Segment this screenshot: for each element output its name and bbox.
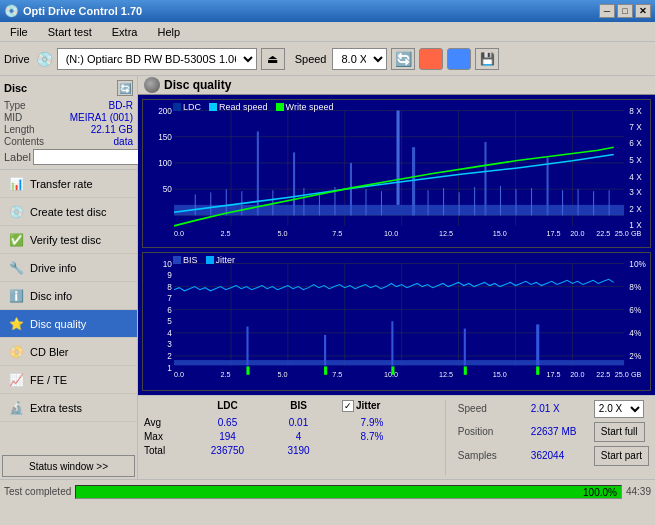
svg-text:2%: 2% <box>629 351 642 361</box>
position-stat-label: Position <box>458 426 523 437</box>
tool1-button[interactable] <box>419 48 443 70</box>
sidebar-item-disc-quality[interactable]: ⭐ Disc quality <box>0 310 137 338</box>
disc-header: Disc 🔄 <box>4 80 133 96</box>
toolbar: Drive 💿 (N:) Optiarc BD RW BD-5300S 1.06… <box>0 42 655 76</box>
sidebar-item-fe-te[interactable]: 📈 FE / TE <box>0 366 137 394</box>
sidebar-item-drive-info[interactable]: 🔧 Drive info <box>0 254 137 282</box>
minimize-button[interactable]: ─ <box>599 4 615 18</box>
save-button[interactable]: 💾 <box>475 48 499 70</box>
svg-rect-59 <box>531 188 532 215</box>
svg-text:100: 100 <box>158 158 172 168</box>
main-layout: Disc 🔄 Type BD-R MID MEIRA1 (001) Length… <box>0 76 655 479</box>
svg-text:2.5: 2.5 <box>221 370 231 379</box>
menu-extra[interactable]: Extra <box>106 25 144 39</box>
cd-bler-icon: 📀 <box>8 344 24 360</box>
disc-refresh-button[interactable]: 🔄 <box>117 80 133 96</box>
jitter-legend-item: Jitter <box>206 255 236 265</box>
maximize-button[interactable]: □ <box>617 4 633 18</box>
elapsed-time: 44:39 <box>626 486 651 497</box>
svg-text:7 X: 7 X <box>629 123 642 133</box>
svg-rect-47 <box>272 190 273 215</box>
disc-label-label: Label <box>4 151 31 163</box>
svg-text:6 X: 6 X <box>629 138 642 148</box>
start-part-button[interactable]: Start part <box>594 446 649 466</box>
menu-help[interactable]: Help <box>151 25 186 39</box>
svg-rect-51 <box>365 189 366 215</box>
title-bar-buttons: ─ □ ✕ <box>599 4 651 18</box>
svg-text:10: 10 <box>163 259 173 269</box>
svg-text:25.0 GB: 25.0 GB <box>615 370 642 379</box>
ldc-chart-legend: LDC Read speed Write speed <box>173 102 333 112</box>
bis-max-value: 4 <box>271 431 326 442</box>
bis-jitter-chart: BIS Jitter <box>142 252 651 391</box>
sidebar-item-label-extra-tests: Extra tests <box>30 402 82 414</box>
speed-dropdown[interactable]: 2.0 X <box>594 400 644 418</box>
disc-mid-value: MEIRA1 (001) <box>70 112 133 123</box>
svg-text:4: 4 <box>167 328 172 338</box>
sidebar-item-extra-tests[interactable]: 🔬 Extra tests <box>0 394 137 422</box>
refresh-button[interactable]: 🔄 <box>391 48 415 70</box>
start-full-button[interactable]: Start full <box>594 422 645 442</box>
svg-text:9: 9 <box>167 270 172 280</box>
sidebar-item-disc-info[interactable]: ℹ️ Disc info <box>0 282 137 310</box>
sidebar-item-transfer-rate[interactable]: 📊 Transfer rate <box>0 170 137 198</box>
sidebar-item-cd-bler[interactable]: 📀 CD Bler <box>0 338 137 366</box>
svg-rect-104 <box>324 335 326 365</box>
svg-text:5.0: 5.0 <box>278 229 288 238</box>
svg-text:15.0: 15.0 <box>493 229 507 238</box>
status-window-button[interactable]: Status window >> <box>2 455 135 477</box>
svg-text:1: 1 <box>167 363 172 373</box>
svg-text:6%: 6% <box>629 305 642 315</box>
max-row-label: Max <box>144 431 184 442</box>
svg-rect-63 <box>609 190 610 215</box>
speed-stat-value: 2.01 X <box>531 403 586 414</box>
status-text: Test completed <box>4 486 71 497</box>
menu-file[interactable]: File <box>4 25 34 39</box>
disc-label-row: Label 😊 <box>4 149 133 165</box>
sidebar-item-label-transfer-rate: Transfer rate <box>30 178 93 190</box>
disc-length-row: Length 22.11 GB <box>4 124 133 135</box>
ldc-max-value: 194 <box>200 431 255 442</box>
disc-contents-label: Contents <box>4 136 44 147</box>
speed-select[interactable]: 8.0 X <box>332 48 387 70</box>
sidebar-item-label-create: Create test disc <box>30 206 106 218</box>
drive-select[interactable]: (N:) Optiarc BD RW BD-5300S 1.06 <box>57 48 257 70</box>
svg-text:20.0: 20.0 <box>570 370 584 379</box>
ldc-legend-item: LDC <box>173 102 201 112</box>
menu-bar: File Start test Extra Help <box>0 22 655 42</box>
svg-text:7: 7 <box>167 293 172 303</box>
bis-avg-value: 0.01 <box>271 417 326 428</box>
ldc-legend-dot <box>173 103 181 111</box>
content-header: Disc quality <box>138 76 655 95</box>
svg-text:20.0: 20.0 <box>570 229 584 238</box>
svg-rect-39 <box>412 147 415 215</box>
svg-rect-43 <box>195 195 196 216</box>
content-title: Disc quality <box>164 78 231 92</box>
svg-rect-110 <box>391 366 394 374</box>
ldc-chart-svg: 200 150 100 50 8 X 7 X 6 X 5 X 4 X 3 X 2… <box>143 100 650 247</box>
svg-rect-54 <box>443 188 444 215</box>
verify-test-disc-icon: ✅ <box>8 232 24 248</box>
tool2-button[interactable] <box>447 48 471 70</box>
svg-text:22.5: 22.5 <box>596 370 610 379</box>
menu-start-test[interactable]: Start test <box>42 25 98 39</box>
transfer-rate-icon: 📊 <box>8 176 24 192</box>
svg-text:22.5: 22.5 <box>596 229 610 238</box>
disc-panel: Disc 🔄 Type BD-R MID MEIRA1 (001) Length… <box>0 76 137 170</box>
stats-left: LDC BIS ✓ Jitter Avg 0.65 0.01 7.9% Max … <box>144 400 433 476</box>
sidebar-item-create-test-disc[interactable]: 💿 Create test disc <box>0 198 137 226</box>
svg-rect-108 <box>246 366 249 374</box>
content-area: Disc quality LDC Read speed <box>138 76 655 479</box>
drive-info-icon: 🔧 <box>8 260 24 276</box>
svg-text:150: 150 <box>158 132 172 142</box>
eject-button[interactable]: ⏏ <box>261 48 285 70</box>
jitter-column-header: Jitter <box>356 400 380 411</box>
svg-text:17.5: 17.5 <box>547 370 561 379</box>
jitter-checkbox[interactable]: ✓ <box>342 400 354 412</box>
sidebar-item-verify-test-disc[interactable]: ✅ Verify test disc <box>0 226 137 254</box>
sidebar-item-label-drive-info: Drive info <box>30 262 76 274</box>
svg-text:15.0: 15.0 <box>493 370 507 379</box>
close-button[interactable]: ✕ <box>635 4 651 18</box>
svg-text:7.5: 7.5 <box>332 370 342 379</box>
disc-type-row: Type BD-R <box>4 100 133 111</box>
